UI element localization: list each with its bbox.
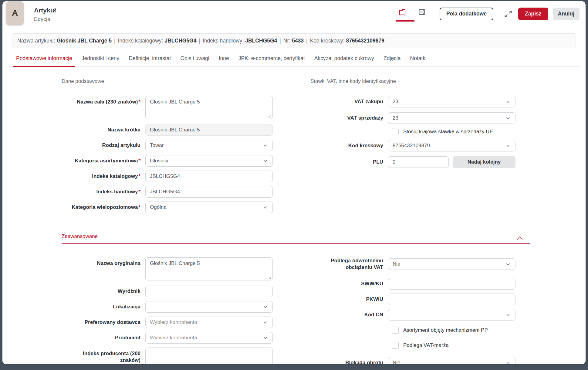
article-summary-bar: Nazwa artykułu:Głośnik JBL Charge 5 | In… <box>12 33 576 48</box>
vat-margin-checkbox[interactable]: Podlega VAT-marża <box>392 342 526 349</box>
summary-separator: | <box>279 38 281 44</box>
chevron-down-icon <box>505 360 511 364</box>
field-multilevel-category: Kategoria wielopoziomowa* Ogólna <box>62 202 285 213</box>
section-title-vat: Stawki VAT, inne kody identyfikacyjne <box>310 78 526 88</box>
field-vat-purchase: VAT zakupu 23 <box>310 96 526 107</box>
pp-mechanism-checkbox[interactable]: Asortyment objęty mechanizmem PP <box>392 327 526 334</box>
sww-ku-input[interactable] <box>388 278 515 290</box>
barcode-select[interactable]: 8765432109879 <box>388 140 515 151</box>
cn-code-select[interactable] <box>388 309 515 321</box>
reverse-charge-select[interactable]: Nie <box>388 258 515 270</box>
short-name-input[interactable] <box>145 124 273 136</box>
manufacturer-index-label: Indeks producenta (200 znaków) <box>62 348 140 364</box>
field-cn-code: Kod CN <box>310 309 526 321</box>
cn-code-label: Kod CN <box>310 311 383 318</box>
eu-rate-checkbox[interactable]: Stosuj krajową stawkę w sprzedaży UE <box>392 128 526 135</box>
checkbox-icon <box>392 342 399 349</box>
summary-separator: | <box>306 38 308 44</box>
advanced-section-toggle[interactable]: Zaawansowane <box>62 233 530 244</box>
chevron-down-icon <box>262 158 268 164</box>
vat-purchase-label: VAT zakupu <box>310 98 383 105</box>
vat-margin-checkbox-label: Podlega VAT-marża <box>403 342 449 348</box>
fullscreen-icon[interactable] <box>504 10 512 18</box>
trade-block-select[interactable]: Nie <box>388 357 515 364</box>
page-subtitle: Edycja <box>34 16 56 22</box>
resize-grip-icon[interactable] <box>268 115 271 118</box>
document-view-icon[interactable] <box>398 8 406 16</box>
tab-akcyza-podatek-cukrowy[interactable]: Akcyza, podatek cukrowy <box>314 55 374 66</box>
chevron-down-icon <box>505 143 511 149</box>
tab-definicje-intrastat[interactable]: Definicje, intrastat <box>129 55 171 66</box>
field-article-type: Rodzaj artykułu Towar <box>62 140 285 151</box>
plu-input[interactable] <box>388 156 449 168</box>
tab-notatki[interactable]: Notatki <box>410 55 427 66</box>
required-mark: * <box>138 158 140 164</box>
field-sww-ku: SWW/KU <box>310 278 526 290</box>
divider <box>498 7 498 21</box>
field-preferred-supplier: Preferowany dostawca Wybierz kontrahenta <box>62 317 285 328</box>
save-button[interactable]: Zapisz <box>518 8 548 20</box>
assign-next-plu-button[interactable]: Nadaj kolejny <box>453 156 515 168</box>
chevron-down-icon <box>262 304 268 310</box>
article-type-label: Rodzaj artykułu <box>62 142 140 149</box>
trade-index-input[interactable] <box>145 186 273 198</box>
location-select[interactable] <box>145 301 273 313</box>
manufacturer-select[interactable]: Wybierz kontrahenta <box>145 332 273 344</box>
tab-podstawowe-informacje[interactable]: Podstawowe informacje <box>16 55 72 66</box>
original-name-textarea[interactable]: Głośnik JBL Charge 5 <box>145 257 273 280</box>
page-title: Artykuł <box>34 7 56 14</box>
field-pkwiu: PKWiU <box>310 294 526 305</box>
tab-jednostki-i-ceny[interactable]: Jednostki i ceny <box>82 55 120 66</box>
article-type-select[interactable]: Towar <box>145 140 273 151</box>
pkwiu-label: PKWiU <box>310 296 383 303</box>
tab-zdjecia[interactable]: Zdjęcia <box>384 55 400 66</box>
resize-grip-icon[interactable] <box>268 277 271 280</box>
full-name-textarea[interactable]: Głośnik JBL Charge 5 <box>145 96 273 119</box>
chevron-down-icon <box>505 99 511 105</box>
catalog-index-input[interactable] <box>145 171 273 182</box>
field-location: Lokalizacja <box>62 301 285 313</box>
divider <box>435 7 435 21</box>
distinguisher-input[interactable] <box>145 286 273 297</box>
chevron-down-icon <box>262 205 268 210</box>
chevron-down-icon <box>262 320 268 325</box>
chevron-down-icon <box>505 312 511 318</box>
required-mark: * <box>138 99 140 105</box>
field-original-name: Nazwa oryginalna Głośnik JBL Charge 5 <box>62 257 285 282</box>
vat-purchase-select[interactable]: 23 <box>388 96 515 107</box>
assortment-category-label: Kategoria asortymentowa* <box>62 158 140 164</box>
summary-separator: | <box>199 38 200 44</box>
vat-sale-label: VAT sprzedaży <box>310 115 383 121</box>
plu-label: PLU <box>310 159 383 165</box>
vat-sale-select[interactable]: 23 <box>388 112 515 124</box>
cancel-button[interactable]: Anuluj <box>553 8 580 20</box>
chevron-down-icon <box>262 143 268 148</box>
field-trade-block: Blokada obrotu Nie <box>310 357 526 364</box>
original-name-label: Nazwa oryginalna <box>62 257 140 267</box>
manufacturer-label: Producent <box>62 334 140 341</box>
extra-fields-button[interactable]: Pola dodatkowe <box>440 8 493 20</box>
window-header: A Artykuł Edycja <box>2 1 586 30</box>
field-catalog-index: Indeks katalogowy* <box>62 171 285 182</box>
title-block: Artykuł Edycja <box>34 7 56 22</box>
chevron-down-icon <box>505 115 511 121</box>
manufacturer-index-textarea[interactable] <box>145 348 273 364</box>
catalog-index-label: Indeks katalogowy* <box>62 173 140 180</box>
full-name-label: Nazwa cała (230 znaków)* <box>62 96 140 105</box>
field-vat-sale: VAT sprzedaży 23 <box>310 112 526 124</box>
preferred-supplier-select[interactable]: Wybierz kontrahenta <box>145 317 273 328</box>
pkwiu-input[interactable] <box>388 294 515 305</box>
tab-jpk-ecommerce-certyfikat[interactable]: JPK, e-commerce, certyfikat <box>238 55 305 66</box>
active-view-indicator <box>396 20 414 22</box>
field-manufacturer-index: Indeks producenta (200 znaków) <box>62 348 285 364</box>
assortment-category-select[interactable]: Głośniki <box>145 155 273 167</box>
tab-inne[interactable]: Inne <box>219 55 229 66</box>
drawer-view-icon[interactable] <box>418 8 426 16</box>
barcode-label: Kod kreskowy <box>310 142 383 149</box>
short-name-label: Nazwa krótka <box>62 127 140 133</box>
chevron-down-icon <box>505 261 511 267</box>
tab-opis-i-uwagi[interactable]: Opis i uwagi <box>180 55 209 66</box>
section-title-advanced: Zaawansowane <box>62 233 98 239</box>
multilevel-category-select[interactable]: Ogólna <box>145 202 273 213</box>
field-full-name: Nazwa cała (230 znaków)* Głośnik JBL Cha… <box>62 96 285 120</box>
